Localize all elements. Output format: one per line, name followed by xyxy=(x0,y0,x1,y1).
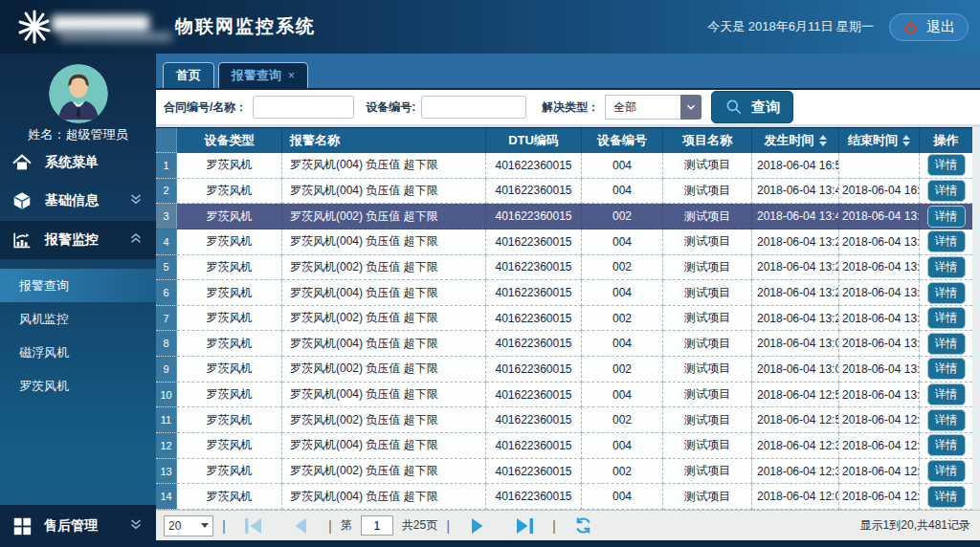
table-row[interactable]: 9罗茨风机罗茨风机(002) 负压值 超下限401622360015002测试项… xyxy=(156,357,972,383)
table-row[interactable]: 1罗茨风机罗茨风机(004) 负压值 超下限401622360015004测试项… xyxy=(156,153,972,179)
contract-input[interactable] xyxy=(253,96,354,119)
logout-button[interactable]: 退出 xyxy=(889,13,969,41)
separator: | xyxy=(328,517,332,534)
table-row[interactable]: 10罗茨风机罗茨风机(004) 负压值 超下限401622360015004测试… xyxy=(156,383,972,408)
table-scrollbar-track[interactable] xyxy=(972,127,980,510)
column-header-start-time[interactable]: 发生时间 xyxy=(752,128,839,153)
detail-button[interactable]: 详情 xyxy=(927,460,966,482)
detail-button[interactable]: 详情 xyxy=(927,307,966,329)
table-row[interactable]: 2罗茨风机罗茨风机(004) 负压值 超下限401622360015004测试项… xyxy=(156,179,972,205)
table-row[interactable]: 12罗茨风机罗茨风机(004) 负压值 超下限401622360015004测试… xyxy=(156,433,972,459)
cell-project-name: 测试项目 xyxy=(663,331,752,357)
column-header-device-type: 设备类型 xyxy=(177,128,282,153)
chevron-down-icon[interactable] xyxy=(680,95,702,120)
table-row[interactable]: 11罗茨风机罗茨风机(002) 负压值 超下限401622360015002测试… xyxy=(156,407,972,433)
cell-start-time: 2018-06-04 12:5 xyxy=(752,383,839,408)
column-header-alarm-name: 报警名称 xyxy=(282,128,486,153)
column-header-operation: 操作 xyxy=(920,128,972,153)
row-number: 3 xyxy=(156,204,177,230)
cell-device-type: 罗茨风机 xyxy=(177,407,282,433)
detail-button[interactable]: 详情 xyxy=(927,154,966,176)
tab-alarm-query[interactable]: 报警查询 × xyxy=(218,62,308,88)
device-number-input[interactable] xyxy=(421,96,526,119)
next-page-button[interactable] xyxy=(466,515,489,536)
sidebar: 姓名：超级管理员 系统菜单 基础信息 xyxy=(0,54,156,547)
table-row[interactable]: 14罗茨风机罗茨风机(004) 负压值 超下限401622360015004测试… xyxy=(156,484,972,510)
home-icon xyxy=(11,152,33,173)
separator: | xyxy=(446,517,450,534)
sort-icon[interactable] xyxy=(902,135,910,146)
tab-home[interactable]: 首页 xyxy=(163,62,214,88)
query-button[interactable]: 查询 xyxy=(711,91,793,123)
detail-button[interactable]: 详情 xyxy=(927,409,966,431)
sidebar-item-basic-info[interactable]: 基础信息 xyxy=(0,182,156,220)
cell-start-time: 2018-06-04 12:5 xyxy=(752,407,839,433)
submenu-label: 磁浮风机 xyxy=(19,344,69,361)
prev-page-button[interactable] xyxy=(289,515,312,536)
detail-button[interactable]: 详情 xyxy=(927,333,966,355)
cell-project-name: 测试项目 xyxy=(663,484,752,510)
table-row[interactable]: 4罗茨风机罗茨风机(004) 负压值 超下限401622360015004测试项… xyxy=(156,230,972,255)
cell-alarm-name: 罗茨风机(002) 负压值 超下限 xyxy=(282,459,486,485)
sort-icon[interactable] xyxy=(819,135,827,146)
detail-button[interactable]: 详情 xyxy=(927,206,966,228)
page-size-select[interactable]: 20 xyxy=(164,515,213,536)
detail-button[interactable]: 详情 xyxy=(927,282,966,304)
detail-button[interactable]: 详情 xyxy=(927,434,966,456)
cell-project-name: 测试项目 xyxy=(663,383,752,408)
cell-device-number: 002 xyxy=(582,407,663,433)
page-title: 物联网监控系统 xyxy=(175,0,316,54)
detail-button[interactable]: 详情 xyxy=(927,358,966,380)
row-number: 10 xyxy=(156,383,177,408)
sidebar-item-maglev-fan[interactable]: 磁浮风机 xyxy=(0,336,156,369)
refresh-icon[interactable] xyxy=(572,515,595,536)
page-number-input[interactable] xyxy=(361,515,393,536)
cell-alarm-name: 罗茨风机(004) 负压值 超下限 xyxy=(282,153,486,179)
operation-cell: 详情 xyxy=(920,153,972,179)
sidebar-item-alarm-query[interactable]: 报警查询 xyxy=(0,269,156,302)
first-page-button[interactable] xyxy=(242,515,265,536)
cell-device-type: 罗茨风机 xyxy=(177,153,282,179)
cell-project-name: 测试项目 xyxy=(663,407,752,433)
cell-end-time: 2018-06-04 12:3 xyxy=(839,459,920,485)
cell-dtu-code: 401622360015 xyxy=(486,357,582,383)
pagination-bar: 20 | | 第 共25页 | xyxy=(156,510,980,540)
operation-cell: 详情 xyxy=(920,484,972,510)
table-row[interactable]: 5罗茨风机罗茨风机(002) 负压值 超下限401622360015002测试项… xyxy=(156,255,972,281)
solution-type-select[interactable]: 全部 xyxy=(605,95,702,120)
cell-start-time: 2018-06-04 13:2 xyxy=(752,230,839,255)
sidebar-item-aftersales[interactable]: 售后管理 xyxy=(0,505,156,547)
cell-device-number: 004 xyxy=(582,153,663,179)
cell-alarm-name: 罗茨风机(002) 负压值 超下限 xyxy=(282,306,486,332)
cell-project-name: 测试项目 xyxy=(663,230,752,255)
sidebar-item-roots-fan[interactable]: 罗茨风机 xyxy=(0,369,156,403)
detail-button[interactable]: 详情 xyxy=(927,486,966,508)
table-row[interactable]: 7罗茨风机罗茨风机(002) 负压值 超下限401622360015002测试项… xyxy=(156,306,972,332)
table-row[interactable]: 13罗茨风机罗茨风机(002) 负压值 超下限401622360015002测试… xyxy=(156,459,972,485)
cell-end-time: 2018-06-04 13:2 xyxy=(839,306,920,332)
submenu-label: 风机监控 xyxy=(19,311,69,328)
query-label: 查询 xyxy=(751,98,780,117)
detail-button[interactable]: 详情 xyxy=(927,230,966,252)
sidebar-item-fan-monitoring[interactable]: 风机监控 xyxy=(0,302,156,336)
close-icon[interactable]: × xyxy=(288,69,295,82)
detail-button[interactable]: 详情 xyxy=(927,180,966,202)
column-header-end-time[interactable]: 结束时间 xyxy=(839,128,920,153)
cell-device-number: 002 xyxy=(582,255,663,281)
cell-device-number: 002 xyxy=(582,204,663,230)
cell-dtu-code: 401622360015 xyxy=(486,331,582,357)
operation-cell: 详情 xyxy=(920,331,972,357)
last-page-button[interactable] xyxy=(513,515,536,536)
detail-button[interactable]: 详情 xyxy=(927,383,966,405)
tab-label: 首页 xyxy=(176,67,201,84)
cell-device-type: 罗茨风机 xyxy=(177,459,282,485)
table-row[interactable]: 3罗茨风机罗茨风机(002) 负压值 超下限401622360015002测试项… xyxy=(156,204,972,230)
cell-project-name: 测试项目 xyxy=(663,153,752,179)
table-row[interactable]: 8罗茨风机罗茨风机(004) 负压值 超下限401622360015004测试项… xyxy=(156,331,972,357)
record-count-status: 显示1到20,共481记录 xyxy=(860,517,972,534)
sidebar-item-system-menu[interactable]: 系统菜单 xyxy=(0,143,156,182)
table-row[interactable]: 6罗茨风机罗茨风机(004) 负压值 超下限401622360015004测试项… xyxy=(156,280,972,306)
sidebar-item-alarm-monitoring[interactable]: 报警监控 xyxy=(0,220,156,259)
detail-button[interactable]: 详情 xyxy=(927,256,966,278)
row-number: 6 xyxy=(156,280,177,306)
